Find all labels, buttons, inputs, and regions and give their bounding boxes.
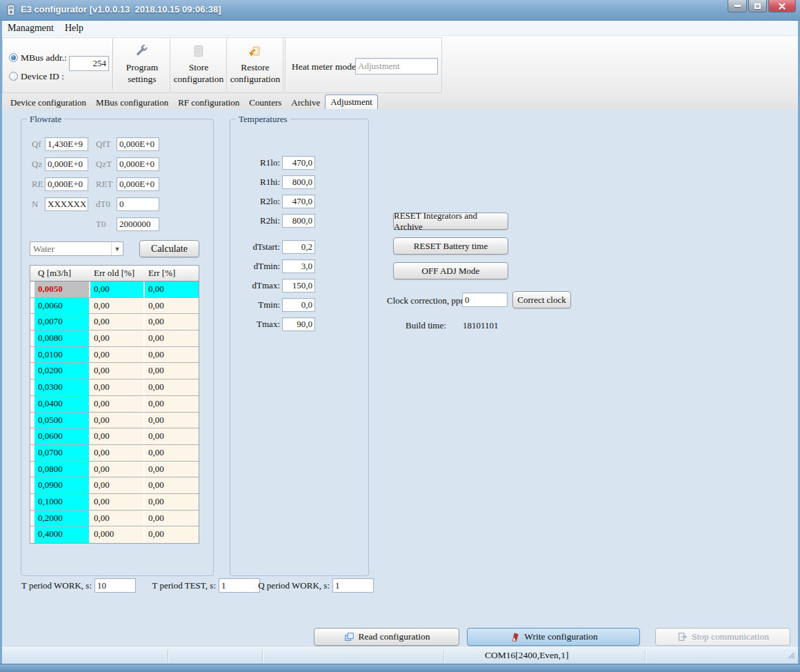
- err-cell[interactable]: 0,00: [145, 298, 199, 314]
- temp-input-dtstart[interactable]: [282, 240, 315, 254]
- q-cell[interactable]: 0,2000: [34, 511, 89, 526]
- toolbar-button-program[interactable]: Programsettings: [114, 38, 170, 92]
- err-cell[interactable]: 0,00: [145, 363, 199, 379]
- err-old-cell[interactable]: 0,00: [90, 413, 143, 428]
- table-row[interactable]: 0,00500,000,00: [30, 281, 199, 298]
- temp-input-dtmax[interactable]: [282, 279, 315, 293]
- err-cell[interactable]: 0,00: [145, 347, 199, 363]
- reset-integrators-button[interactable]: RESET Integrators and Archive: [393, 213, 508, 230]
- q-cell[interactable]: 0,0600: [34, 428, 89, 444]
- flowrate-input-t0[interactable]: [117, 217, 159, 231]
- err-cell[interactable]: 0,00: [145, 462, 199, 477]
- err-old-cell[interactable]: 0,00: [90, 281, 143, 297]
- err-old-cell[interactable]: 0,00: [90, 363, 143, 379]
- flowrate-input-qf[interactable]: [45, 137, 88, 151]
- medium-select[interactable]: Water ▼: [30, 241, 123, 256]
- err-cell[interactable]: 0,00: [145, 413, 199, 428]
- flowrate-input-qz[interactable]: [45, 157, 88, 171]
- q-cell[interactable]: 0,0070: [34, 314, 89, 330]
- heat-meter-mode-input[interactable]: [355, 58, 438, 75]
- err-cell[interactable]: 0,00: [145, 494, 199, 510]
- table-row[interactable]: 0,40000,0000,00: [30, 526, 199, 543]
- stop-communication-button[interactable]: Stop communication: [655, 628, 790, 646]
- radio-mbus-addr[interactable]: [9, 53, 18, 62]
- err-old-cell[interactable]: 0,00: [90, 462, 143, 477]
- table-row[interactable]: 0,00600,000,00: [30, 298, 199, 315]
- tab-archive[interactable]: Archive: [286, 96, 325, 109]
- q-cell[interactable]: 0,0400: [34, 396, 89, 412]
- tab-adjustment[interactable]: Adjustment: [325, 95, 378, 109]
- q-cell[interactable]: 0,0200: [34, 363, 89, 379]
- temp-input-r1hi[interactable]: [282, 175, 315, 189]
- err-old-cell[interactable]: 0,00: [90, 298, 143, 314]
- table-row[interactable]: 0,07000,000,00: [30, 445, 199, 462]
- correct-clock-button[interactable]: Correct clock: [512, 291, 571, 308]
- period-input-t-period-work-s[interactable]: [94, 578, 136, 593]
- period-input-q-period-work-s[interactable]: [332, 578, 374, 593]
- q-cell[interactable]: 0,0050: [34, 281, 89, 297]
- off-adj-mode-button[interactable]: OFF ADJ Mode: [393, 262, 508, 279]
- table-row[interactable]: 0,09000,000,00: [30, 477, 199, 494]
- table-row[interactable]: 0,08000,000,00: [30, 462, 199, 478]
- err-old-cell[interactable]: 0,00: [90, 477, 143, 493]
- table-row[interactable]: 0,01000,000,00: [30, 347, 199, 364]
- err-old-cell[interactable]: 0,00: [90, 314, 143, 330]
- table-row[interactable]: 0,06000,000,00: [30, 428, 199, 445]
- flowrate-input-qft[interactable]: [117, 137, 159, 151]
- err-old-cell[interactable]: 0,000: [90, 526, 143, 543]
- err-old-cell[interactable]: 0,00: [90, 428, 143, 444]
- table-row[interactable]: 0,00700,000,00: [30, 314, 199, 330]
- err-old-cell[interactable]: 0,00: [90, 379, 143, 395]
- err-cell[interactable]: 0,00: [145, 445, 199, 461]
- table-row[interactable]: 0,04000,000,00: [30, 396, 199, 413]
- err-cell[interactable]: 0,00: [145, 330, 199, 346]
- err-old-cell[interactable]: 0,00: [90, 330, 143, 346]
- table-row[interactable]: 0,05000,000,00: [30, 413, 199, 429]
- temp-input-r2lo[interactable]: [282, 195, 315, 208]
- err-old-cell[interactable]: 0,00: [90, 511, 143, 526]
- flowrate-input-n[interactable]: [45, 197, 88, 211]
- err-cell[interactable]: 0,00: [145, 511, 199, 526]
- err-cell[interactable]: 0,00: [145, 281, 199, 297]
- err-old-cell[interactable]: 0,00: [90, 347, 143, 363]
- q-cell[interactable]: 0,0800: [34, 462, 89, 477]
- err-cell[interactable]: 0,00: [145, 314, 199, 330]
- tab-counters[interactable]: Counters: [244, 96, 286, 109]
- toolbar-button-restore[interactable]: Restoreconfiguration: [228, 38, 283, 92]
- close-button[interactable]: [768, 0, 796, 12]
- err-old-cell[interactable]: 0,00: [90, 445, 143, 461]
- table-row[interactable]: 0,00800,000,00: [30, 330, 199, 347]
- maximize-button[interactable]: [748, 0, 767, 12]
- err-old-cell[interactable]: 0,00: [90, 494, 143, 510]
- temp-input-tmax[interactable]: [282, 317, 315, 331]
- table-row[interactable]: 0,20000,000,00: [30, 511, 199, 527]
- err-old-cell[interactable]: 0,00: [90, 396, 143, 412]
- table-row[interactable]: 0,10000,000,00: [30, 494, 199, 511]
- table-row[interactable]: 0,03000,000,00: [30, 379, 199, 396]
- temp-input-r1lo[interactable]: [282, 156, 315, 170]
- err-cell[interactable]: 0,00: [145, 428, 199, 444]
- flowrate-input-qzt[interactable]: [117, 157, 159, 171]
- resize-grip[interactable]: [787, 651, 795, 662]
- flowrate-input-ret[interactable]: [117, 177, 159, 191]
- address-input[interactable]: [69, 56, 109, 71]
- q-cell[interactable]: 0,0080: [34, 330, 89, 346]
- tab-mbus-configuration[interactable]: MBus configuration: [91, 96, 173, 109]
- reset-battery-button[interactable]: RESET Battery time: [393, 237, 508, 255]
- q-cell[interactable]: 0,0900: [34, 477, 89, 493]
- clock-correction-input[interactable]: [462, 293, 508, 307]
- err-cell[interactable]: 0,00: [145, 477, 199, 493]
- q-cell[interactable]: 0,0500: [34, 413, 89, 428]
- table-row[interactable]: 0,02000,000,00: [30, 363, 199, 379]
- menu-item-help[interactable]: Help: [65, 23, 83, 34]
- q-cell[interactable]: 0,0060: [34, 298, 89, 314]
- q-cell[interactable]: 0,4000: [34, 526, 89, 543]
- q-cell[interactable]: 0,1000: [34, 494, 89, 510]
- temp-input-tmin[interactable]: [282, 298, 315, 312]
- err-cell[interactable]: 0,00: [145, 396, 199, 412]
- q-cell[interactable]: 0,0300: [34, 379, 89, 395]
- err-cell[interactable]: 0,00: [145, 526, 199, 543]
- q-cell[interactable]: 0,0100: [34, 347, 89, 363]
- flowrate-input-dt0[interactable]: [117, 197, 159, 211]
- read-configuration-button[interactable]: Read configuration: [314, 628, 459, 646]
